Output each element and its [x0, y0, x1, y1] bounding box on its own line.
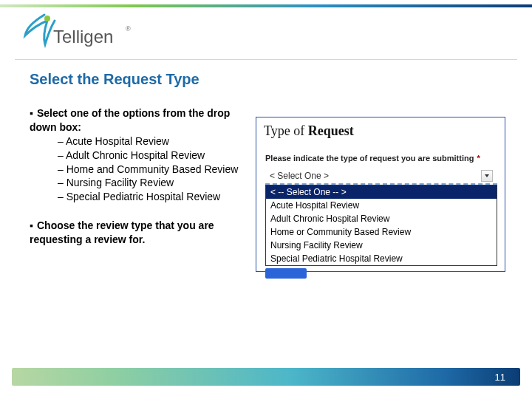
bullet-icon: ▪: [30, 106, 37, 120]
button-hint: [265, 268, 307, 279]
lead-text: Select one of the options from the drop …: [30, 107, 230, 133]
heading-part-a: Type of: [264, 123, 308, 138]
required-star-icon: *: [474, 154, 480, 163]
lead-line: ▪Select one of the options from the drop…: [30, 107, 230, 133]
heading-part-b: Request: [308, 123, 354, 138]
option-line: – Adult Chronic Hospital Review: [30, 149, 245, 163]
footer-accent-bar: [12, 368, 520, 386]
svg-point-0: [44, 16, 50, 21]
brand-logo: Telligen ®: [18, 12, 136, 56]
top-accent-bar: [0, 4, 532, 7]
request-type-select[interactable]: < Select One >: [265, 168, 497, 185]
page-number: 11: [495, 372, 505, 383]
select-value: < Select One >: [270, 171, 329, 181]
dropdown-option[interactable]: Nursing Facility Review: [266, 239, 497, 252]
lead2-line: ▪Choose the review type that you are req…: [30, 219, 245, 247]
brand-name-text: Telligen: [53, 27, 113, 47]
dropdown-option[interactable]: Adult Chronic Hospital Review: [266, 212, 497, 225]
screenshot-heading: Type of Request: [256, 117, 505, 142]
brand-reg-text: ®: [126, 25, 131, 33]
telligen-logo-svg: Telligen ®: [18, 12, 136, 56]
dropdown-option[interactable]: < -- Select One -- >: [266, 185, 497, 199]
body-text: ▪Select one of the options from the drop…: [30, 106, 245, 247]
embedded-screenshot: Type of Request Please indicate the type…: [256, 117, 505, 272]
screenshot-prompt: Please indicate the type of request you …: [256, 142, 505, 166]
slide-root: Telligen ® Select the Request Type ▪Sele…: [0, 0, 532, 399]
prompt-text: Please indicate the type of request you …: [265, 154, 474, 163]
dropdown-option[interactable]: Special Pediatric Hospital Review: [266, 252, 497, 265]
slide-title: Select the Request Type: [30, 71, 200, 88]
bullet-icon: ▪: [30, 219, 37, 233]
dropdown-option[interactable]: Acute Hospital Review: [266, 199, 497, 212]
lead2-text: Choose the review type that you are requ…: [30, 219, 214, 245]
option-line: – Home and Community Based Review: [30, 163, 245, 177]
option-line: – Acute Hospital Review: [30, 134, 245, 149]
option-line: – Special Pediatric Hospital Review: [30, 190, 245, 204]
chevron-down-icon[interactable]: [481, 170, 493, 182]
header-underline: [15, 59, 517, 60]
option-line: – Nursing Facility Review: [30, 176, 245, 190]
request-type-dropdown[interactable]: < -- Select One -- > Acute Hospital Revi…: [265, 185, 497, 266]
dropdown-option[interactable]: Home or Community Based Review: [266, 225, 497, 239]
